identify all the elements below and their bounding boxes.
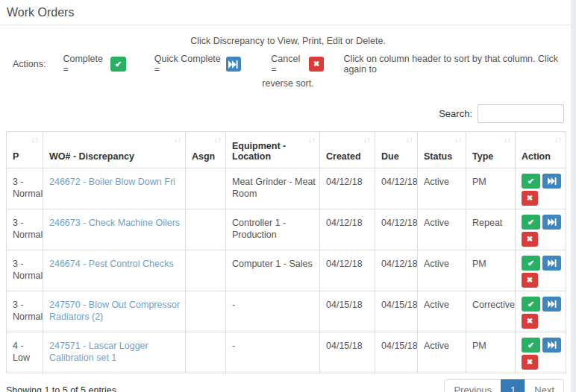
column-header-label: P (13, 151, 31, 162)
wo-link[interactable]: 247570 - Blow Out Compressor Radiators (… (49, 300, 180, 322)
equipment-cell: - (226, 332, 320, 373)
priority-cell: 4 - Low (7, 332, 43, 373)
column-header-label: Type (472, 151, 503, 162)
sort-arrows-icon: ↓↑ (504, 136, 511, 144)
wo-link[interactable]: 246674 - Pest Control Checks (49, 259, 174, 269)
due-cell: 04/12/18 (375, 250, 418, 291)
action-cell: ✔ ✖ (516, 168, 566, 209)
actions-legend: Actions: Complete = ✔ Quick Complete = C… (6, 54, 570, 75)
fast-forward-icon (228, 60, 238, 69)
status-cell: Active (418, 332, 466, 373)
quick-complete-button[interactable] (542, 256, 561, 271)
sort-arrows-icon: ↓↑ (363, 136, 371, 144)
page-title: Work Orders (0, 0, 576, 25)
priority-cell: 3 - Normal (7, 291, 43, 332)
table-row: 3 - Normal247570 - Blow Out Compressor R… (7, 291, 566, 332)
sort-arrows-icon: ↓↑ (174, 136, 181, 144)
column-header-due[interactable]: ↓↑Due (375, 132, 418, 168)
column-header-created[interactable]: ↓↑Created (320, 132, 375, 168)
fast-forward-icon (548, 177, 557, 185)
x-icon: ✖ (527, 358, 533, 366)
showing-entries: Showing 1 to 5 of 5 entries (6, 385, 116, 392)
complete-button[interactable]: ✔ (522, 174, 540, 189)
action-buttons: ✔ ✖ (522, 215, 563, 247)
wo-link[interactable]: 246672 - Boiler Blow Down Fri (49, 177, 175, 187)
table-row: 3 - Normal246673 - Check Machine OilersC… (7, 209, 566, 250)
sort-arrows-icon: ↓↑ (31, 136, 39, 144)
quick-complete-button[interactable] (542, 174, 561, 189)
pagination-next-button[interactable]: Next (525, 379, 564, 392)
column-header-label: Action (522, 151, 554, 162)
column-header-asgn[interactable]: ↓↑Asgn (186, 132, 226, 168)
legend-cancel: Cancel = ✖ (271, 54, 324, 75)
wo-cell: 246673 - Check Machine Oilers (43, 209, 186, 250)
due-cell: 04/15/18 (375, 291, 418, 332)
column-header-action[interactable]: ↓↑Action (516, 132, 566, 168)
x-icon: ✖ (527, 276, 533, 284)
complete-button[interactable]: ✔ (522, 256, 540, 271)
quick-complete-button[interactable] (542, 215, 561, 230)
complete-button[interactable]: ✔ (522, 338, 540, 353)
cancel-button[interactable]: ✖ (522, 314, 538, 329)
type-cell: PM (466, 168, 516, 209)
sort-arrows-icon: ↓↑ (406, 136, 413, 144)
table-row: 4 - Low247571 - Lascar Logger Calibratio… (7, 332, 566, 373)
table-header-row: ↓↑P↓↑WO# - Discrepancy↓↑Asgn↓↑Equipment … (7, 132, 566, 168)
column-header-wo-discrepancy[interactable]: ↓↑WO# - Discrepancy (43, 132, 186, 168)
wo-cell: 246674 - Pest Control Checks (43, 250, 186, 291)
pagination: Previous 1 Next (444, 379, 564, 392)
table-row: 3 - Normal246672 - Boiler Blow Down FriM… (7, 168, 566, 209)
action-cell: ✔ ✖ (516, 291, 566, 332)
cancel-button[interactable]: ✖ (522, 273, 538, 288)
asgn-cell (186, 209, 226, 250)
column-header-label: Equipment - Location (232, 141, 307, 162)
sort-arrows-icon: ↓↑ (308, 136, 316, 144)
due-cell: 04/15/18 (375, 332, 418, 373)
status-cell: Active (418, 250, 466, 291)
check-icon: ✔ (115, 60, 122, 69)
x-icon: ✖ (527, 317, 533, 325)
pagination-page-1-button[interactable]: 1 (501, 379, 525, 392)
complete-button[interactable]: ✔ (522, 215, 540, 230)
x-icon: ✖ (527, 235, 533, 243)
type-cell: Corrective (466, 291, 516, 332)
discrepancy-hint: Click Discrepancy to View, Print, Edit o… (0, 36, 576, 46)
quick-complete-button[interactable] (542, 338, 561, 353)
created-cell: 04/12/18 (320, 209, 375, 250)
search-input[interactable] (478, 104, 564, 123)
equipment-cell: - (226, 291, 320, 332)
action-buttons: ✔ ✖ (522, 297, 563, 329)
cancel-button[interactable]: ✖ (522, 355, 538, 370)
action-cell: ✔ ✖ (516, 332, 566, 373)
check-icon: ✔ (528, 177, 534, 186)
wo-link[interactable]: 247571 - Lascar Logger Calibration set 1 (49, 341, 148, 363)
complete-button[interactable]: ✔ (522, 297, 540, 312)
due-cell: 04/12/18 (375, 209, 418, 250)
column-header-type[interactable]: ↓↑Type (466, 132, 516, 168)
complete-legend-button: ✔ (110, 57, 126, 72)
equipment-cell: Controller 1 - Production (226, 209, 320, 250)
created-cell: 04/12/18 (320, 168, 375, 209)
due-cell: 04/12/18 (375, 168, 418, 209)
wo-link[interactable]: 246673 - Check Machine Oilers (49, 218, 180, 228)
cancel-button[interactable]: ✖ (522, 191, 538, 206)
action-cell: ✔ ✖ (516, 250, 566, 291)
created-cell: 04/15/18 (320, 291, 375, 332)
quick-complete-button[interactable] (542, 297, 561, 312)
column-header-equipment-location[interactable]: ↓↑Equipment - Location (226, 132, 320, 168)
cancel-button[interactable]: ✖ (522, 232, 538, 247)
complete-label: Complete = (63, 54, 106, 75)
equipment-cell: Computer 1 - Sales (226, 250, 320, 291)
created-cell: 04/15/18 (320, 332, 375, 373)
column-header-label: Created (326, 151, 363, 162)
column-header-p[interactable]: ↓↑P (7, 132, 43, 168)
created-cell: 04/12/18 (320, 250, 375, 291)
asgn-cell (186, 291, 226, 332)
wo-cell: 247571 - Lascar Logger Calibration set 1 (43, 332, 186, 373)
type-cell: Repeat (466, 209, 516, 250)
action-buttons: ✔ ✖ (522, 256, 563, 288)
column-header-status[interactable]: ↓↑Status (418, 132, 466, 168)
action-cell: ✔ ✖ (516, 209, 566, 250)
sort-arrows-icon: ↓↑ (214, 136, 222, 144)
pagination-previous-button[interactable]: Previous (444, 379, 501, 392)
